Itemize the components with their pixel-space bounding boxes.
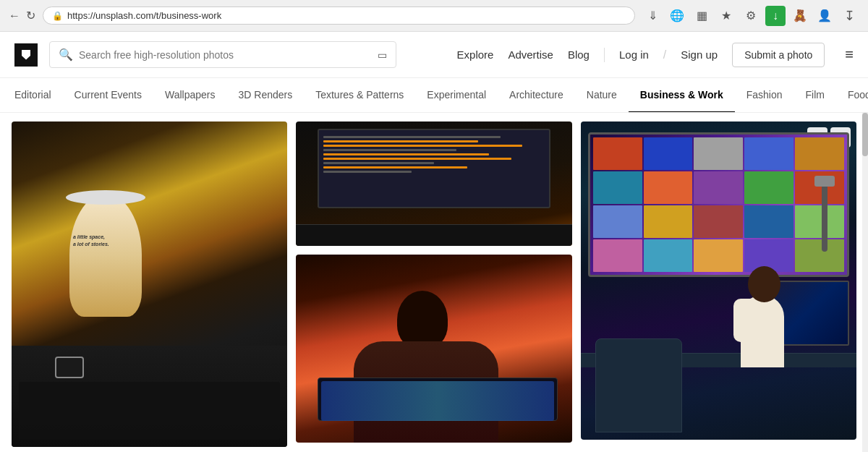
cat-food[interactable]: Food & D...: [836, 78, 868, 113]
extension-icon[interactable]: ⚙: [741, 6, 761, 26]
photo-col-2: [296, 121, 571, 447]
logo-shape: [22, 50, 30, 60]
scrollbar-thumb[interactable]: [862, 113, 868, 156]
header-nav: Explore Advertise Blog Log in / Sign up …: [457, 43, 854, 67]
page-scrollbar[interactable]: [862, 113, 868, 452]
profile-icon[interactable]: 👤: [814, 6, 835, 26]
cat-experimental[interactable]: Experimental: [415, 78, 498, 113]
hamburger-menu[interactable]: ≡: [845, 46, 854, 63]
address-bar[interactable]: 🔒 https://unsplash.com/t/business-work: [43, 7, 635, 25]
url-text: https://unsplash.com/t/business-work: [67, 10, 626, 21]
cat-fashion[interactable]: Fashion: [735, 78, 794, 113]
screenshot-icon[interactable]: ▦: [692, 6, 712, 26]
photo-code-screen[interactable]: [296, 121, 571, 246]
nav-divider: [604, 48, 605, 62]
browser-chrome: ← ↻ 🔒 https://unsplash.com/t/business-wo…: [0, 0, 868, 32]
cat-film[interactable]: Film: [794, 78, 836, 113]
cat-nature[interactable]: Nature: [575, 78, 629, 113]
submit-photo-button[interactable]: Submit a photo: [732, 43, 825, 67]
cat-textures-patterns[interactable]: Textures & Patterns: [304, 78, 415, 113]
lock-icon: 🔒: [52, 11, 63, 21]
photo-man-laptop[interactable]: [296, 255, 571, 443]
photo-gaming-setup[interactable]: ♡ +: [581, 121, 856, 440]
login-link[interactable]: Log in: [619, 48, 649, 61]
category-nav: Editorial Current Events Wallpapers 3D R…: [0, 78, 868, 113]
search-input[interactable]: [79, 49, 372, 61]
cat-current-events[interactable]: Current Events: [63, 78, 153, 113]
explore-link[interactable]: Explore: [457, 48, 494, 61]
toolbar-icons: ⇓ 🌐 ▦ ★ ⚙ ↓ 🧸 👤 ↧: [642, 6, 859, 26]
photo-col-1: a little space,a lot of stories.: [12, 121, 287, 447]
cat-architecture[interactable]: Architecture: [498, 78, 575, 113]
unsplash-logo[interactable]: [14, 43, 38, 67]
dl-icon[interactable]: ↧: [839, 6, 859, 26]
signup-link[interactable]: Sign up: [681, 48, 718, 61]
search-icon: 🔍: [59, 48, 73, 61]
puzzle-icon[interactable]: 🧸: [790, 6, 810, 26]
photo-coffee-laptop[interactable]: a little space,a lot of stories.: [12, 121, 287, 447]
site-header: 🔍 ▭ Explore Advertise Blog Log in / Sign…: [0, 32, 868, 78]
photo-grid: a little space,a lot of stories.: [0, 113, 868, 452]
photo-col-3: ♡ +: [581, 121, 856, 447]
search-bar[interactable]: 🔍 ▭: [49, 41, 396, 68]
star-icon[interactable]: ★: [716, 6, 736, 26]
ublock-icon[interactable]: ↓: [765, 6, 786, 26]
refresh-button[interactable]: ↻: [26, 9, 35, 22]
auth-separator: /: [663, 48, 666, 61]
cat-wallpapers[interactable]: Wallpapers: [153, 78, 227, 113]
cat-business-work[interactable]: Business & Work: [629, 78, 735, 113]
cat-editorial[interactable]: Editorial: [14, 78, 63, 113]
blog-link[interactable]: Blog: [568, 48, 590, 61]
back-button[interactable]: ←: [9, 9, 20, 22]
translate-icon[interactable]: 🌐: [667, 6, 687, 26]
download-icon[interactable]: ⇓: [642, 6, 663, 26]
cat-3d-renders[interactable]: 3D Renders: [226, 78, 304, 113]
nav-buttons: ← ↻: [9, 9, 35, 22]
camera-search-icon[interactable]: ▭: [378, 49, 387, 61]
advertise-link[interactable]: Advertise: [508, 48, 553, 61]
